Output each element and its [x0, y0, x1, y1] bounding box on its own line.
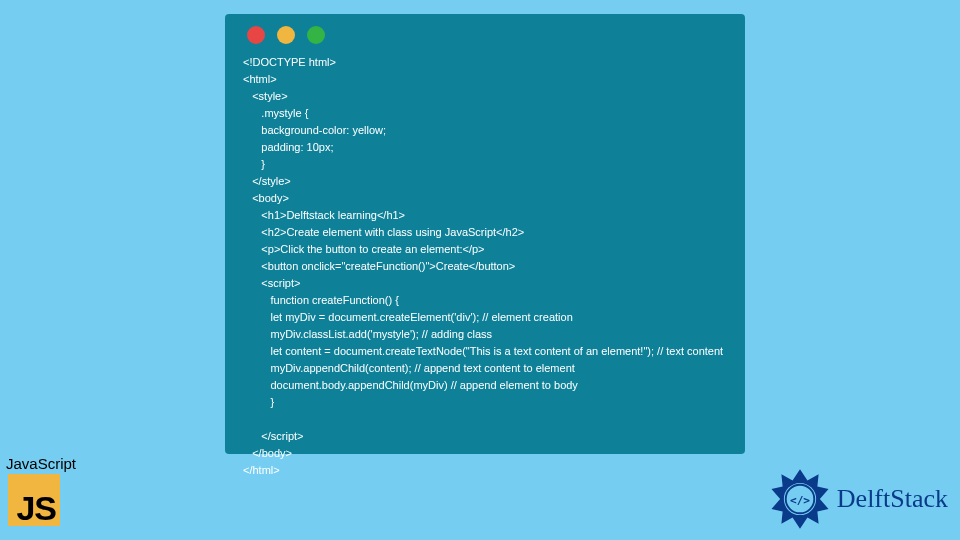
minimize-dot-icon [277, 26, 295, 44]
code-block: <!DOCTYPE html> <html> <style> .mystyle … [243, 54, 727, 479]
javascript-badge: JavaScript JS [4, 455, 76, 526]
delftstack-logo-icon: </> [769, 468, 831, 530]
javascript-label: JavaScript [6, 455, 76, 472]
delftstack-brand: </> DelftStack [769, 468, 948, 530]
code-window: <!DOCTYPE html> <html> <style> .mystyle … [225, 14, 745, 454]
close-dot-icon [247, 26, 265, 44]
javascript-logo-text: JS [16, 489, 56, 528]
javascript-logo-icon: JS [8, 474, 60, 526]
delftstack-logo-glyph: </> [790, 494, 810, 507]
maximize-dot-icon [307, 26, 325, 44]
delftstack-text: DelftStack [837, 484, 948, 514]
window-titlebar [247, 26, 727, 44]
